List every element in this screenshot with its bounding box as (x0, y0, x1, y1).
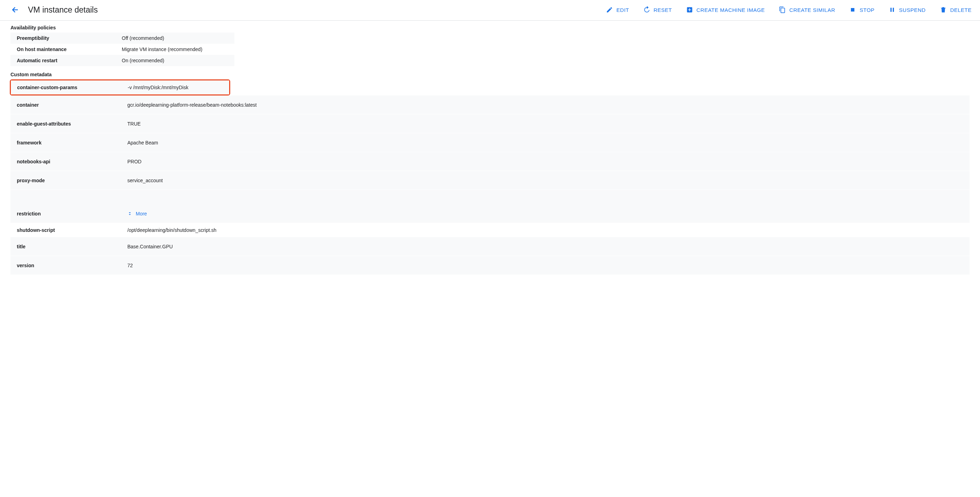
metadata-key: framework (11, 137, 123, 148)
metadata-value: service_account (123, 175, 969, 186)
availability-row: Preemptibility Off (recommended) (11, 33, 234, 44)
stop-icon (849, 6, 856, 13)
metadata-value: Apache Beam (123, 137, 969, 148)
metadata-row: proxy-mode service_account (11, 171, 969, 190)
create-machine-image-button[interactable]: CREATE MACHINE IMAGE (686, 6, 765, 13)
edit-label: EDIT (616, 7, 629, 13)
svg-rect-1 (891, 8, 891, 12)
action-bar: EDIT RESET CREATE MACHINE IMAGE CREATE S… (606, 6, 972, 13)
reset-label: RESET (654, 7, 672, 13)
metadata-row: version 72 (11, 256, 969, 275)
page-title: VM instance details (28, 5, 98, 15)
more-label: More (136, 211, 147, 216)
stop-label: STOP (860, 7, 875, 13)
expand-icon (127, 211, 132, 216)
suspend-button[interactable]: SUSPEND (889, 6, 926, 13)
metadata-row: container-custom-params -v /mnt/myDisk:/… (11, 81, 229, 94)
metadata-row: container gcr.io/deeplearning-platform-r… (11, 95, 969, 114)
metadata-key: restriction (11, 208, 123, 219)
create-machine-image-label: CREATE MACHINE IMAGE (697, 7, 765, 13)
metadata-key: notebooks-api (11, 156, 123, 167)
availability-key: On host maintenance (11, 44, 115, 55)
delete-icon (940, 6, 947, 13)
availability-table: Preemptibility Off (recommended) On host… (11, 33, 234, 66)
availability-row: Automatic restart On (recommended) (11, 55, 234, 66)
metadata-row: shutdown-script /opt/deeplearning/bin/sh… (11, 223, 969, 237)
metadata-value: -v /mnt/myDisk:/mnt/myDisk (123, 82, 229, 93)
reset-icon (643, 6, 650, 13)
metadata-key: enable-guest-attributes (11, 118, 123, 129)
delete-label: DELETE (950, 7, 972, 13)
highlighted-metadata-row: container-custom-params -v /mnt/myDisk:/… (10, 79, 230, 95)
pause-icon (889, 6, 896, 13)
availability-value: Migrate VM instance (recommended) (115, 44, 234, 55)
metadata-key: proxy-mode (11, 175, 123, 186)
content: Availability policies Preemptibility Off… (0, 21, 980, 275)
reset-button[interactable]: RESET (643, 6, 672, 13)
availability-row: On host maintenance Migrate VM instance … (11, 44, 234, 55)
edit-button[interactable]: EDIT (606, 6, 629, 13)
svg-rect-2 (892, 8, 894, 12)
metadata-value: More (123, 208, 969, 219)
metadata-value: /opt/deeplearning/bin/shutdown_script.sh (123, 224, 969, 236)
metadata-section: Custom metadata container-custom-params … (11, 72, 969, 275)
metadata-value: gcr.io/deeplearning-platform-release/bea… (123, 99, 969, 111)
availability-title: Availability policies (11, 25, 969, 30)
metadata-row: title Base.Container.GPU (11, 237, 969, 256)
copy-icon (779, 6, 786, 13)
availability-value: Off (recommended) (115, 33, 234, 44)
edit-icon (606, 6, 613, 13)
metadata-value: 72 (123, 260, 969, 271)
metadata-key: title (11, 241, 123, 252)
metadata-row: framework Apache Beam (11, 133, 969, 152)
metadata-key: container (11, 99, 123, 111)
suspend-label: SUSPEND (899, 7, 926, 13)
metadata-value: Base.Container.GPU (123, 241, 969, 252)
metadata-restriction-row: restriction More (11, 190, 969, 223)
more-link[interactable]: More (127, 211, 969, 216)
svg-rect-0 (851, 8, 854, 11)
availability-value: On (recommended) (115, 55, 234, 66)
create-similar-label: CREATE SIMILAR (789, 7, 835, 13)
metadata-key: shutdown-script (11, 224, 123, 236)
availability-key: Preemptibility (11, 33, 115, 44)
stop-button[interactable]: STOP (849, 6, 875, 13)
arrow-left-icon (11, 6, 20, 14)
metadata-key: container-custom-params (11, 82, 123, 93)
page-header: VM instance details EDIT RESET CREATE MA… (0, 0, 980, 21)
create-similar-button[interactable]: CREATE SIMILAR (779, 6, 835, 13)
metadata-value: PROD (123, 156, 969, 167)
metadata-title: Custom metadata (11, 72, 969, 77)
metadata-row: notebooks-api PROD (11, 152, 969, 171)
metadata-value: TRUE (123, 118, 969, 129)
add-box-icon (686, 6, 693, 13)
delete-button[interactable]: DELETE (940, 6, 972, 13)
metadata-key: version (11, 260, 123, 271)
metadata-row: enable-guest-attributes TRUE (11, 114, 969, 133)
back-button[interactable] (8, 3, 22, 17)
availability-key: Automatic restart (11, 55, 115, 66)
